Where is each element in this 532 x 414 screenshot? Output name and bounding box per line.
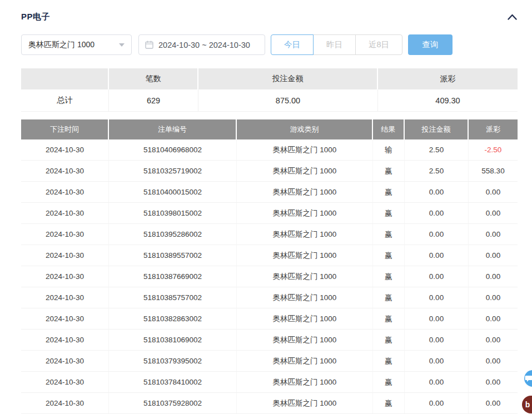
result-cell: 赢 [373,308,405,330]
bet-amount-cell: 0.00 [405,372,469,393]
game-type-cell: 奥林匹斯之门 1000 [237,351,373,372]
detail-table-body: 2024-10-3051810406968002奥林匹斯之门 1000输2.50… [21,139,518,414]
order-id-cell: 51810395286002 [109,224,237,245]
bet-time-cell: 2024-10-30 [21,224,109,245]
calendar-icon [145,41,153,49]
bet-amount-cell: 0.00 [405,245,469,266]
order-id-cell: 51810325719002 [109,161,237,182]
result-cell: 输 [373,139,405,161]
order-id-cell: 51810378410002 [109,372,237,393]
table-row: 2024-10-3051810382863002奥林匹斯之门 1000赢0.00… [21,308,518,330]
summary-corner-cell [21,68,109,89]
result-cell: 赢 [373,161,405,182]
payout-cell: 0.00 [469,308,518,330]
table-row: 2024-10-3051810378410002奥林匹斯之门 1000赢0.00… [21,372,518,393]
game-select-value: 奥林匹斯之门 1000 [28,40,95,50]
game-type-cell: 奥林匹斯之门 1000 [237,182,373,203]
result-cell: 赢 [373,287,405,308]
bet-time-cell: 2024-10-30 [21,330,109,351]
summary-header-count: 笔数 [109,68,198,89]
payout-cell: -2.50 [469,139,518,161]
chevron-up-icon [508,14,517,20]
game-type-cell: 奥林匹斯之门 1000 [237,287,373,308]
bet-time-cell: 2024-10-30 [21,182,109,203]
bet-amount-cell: 0.00 [405,330,469,351]
payout-cell: 0.00 [469,372,518,393]
bet-amount-cell: 2.50 [405,139,469,161]
result-cell: 赢 [373,203,405,224]
order-id-cell: 51810375928002 [109,393,237,414]
payout-cell: 0.00 [469,182,518,203]
date-range-value: 2024-10-30 ~ 2024-10-30 [158,41,250,49]
summary-bet-amount-value: 875.00 [198,89,378,112]
summary-header-payout: 派彩 [378,68,518,89]
bet-time-cell: 2024-10-30 [21,139,109,161]
result-cell: 赢 [373,372,405,393]
result-cell: 赢 [373,351,405,372]
summary-payout-value: 409.30 [378,89,518,112]
payout-cell: 558.30 [469,161,518,182]
game-type-cell: 奥林匹斯之门 1000 [237,139,373,161]
bet-amount-cell: 0.00 [405,224,469,245]
order-id-cell: 51810387669002 [109,266,237,287]
summary-header-bet-amount: 投注金额 [198,68,378,89]
order-id-cell: 51810398015002 [109,203,237,224]
table-row: 2024-10-3051810400015002奥林匹斯之门 1000赢0.00… [21,182,518,203]
payout-cell: 0.00 [469,287,518,308]
bet-amount-cell: 0.00 [405,393,469,414]
bet-amount-cell: 2.50 [405,161,469,182]
bet-amount-cell: 0.00 [405,308,469,330]
bet-time-cell: 2024-10-30 [21,393,109,414]
game-type-cell: 奥林匹斯之门 1000 [237,330,373,351]
search-button[interactable]: 查询 [408,34,453,55]
chevron-down-icon [119,43,125,47]
bet-time-cell: 2024-10-30 [21,266,109,287]
col-header-order-id: 注单编号 [109,119,237,139]
order-id-cell: 51810406968002 [109,139,237,161]
result-cell: 赢 [373,266,405,287]
bet-amount-cell: 0.00 [405,351,469,372]
payout-cell: 0.00 [469,245,518,266]
order-id-cell: 51810379395002 [109,351,237,372]
col-header-game-type: 游戏类别 [237,119,373,139]
collapse-panel-button[interactable] [506,11,518,22]
table-row: 2024-10-3051810387669002奥林匹斯之门 1000赢0.00… [21,266,518,287]
payout-cell: 0.00 [469,330,518,351]
table-row: 2024-10-3051810375928002奥林匹斯之门 1000赢0.00… [21,393,518,414]
order-id-cell: 51810389557002 [109,245,237,266]
order-id-cell: 51810381069002 [109,330,237,351]
bet-amount-cell: 0.00 [405,203,469,224]
summary-count-value: 629 [109,89,198,112]
bet-time-cell: 2024-10-30 [21,351,109,372]
game-type-cell: 奥林匹斯之门 1000 [237,393,373,414]
yesterday-button[interactable]: 昨日 [313,34,356,55]
last-8-days-button[interactable]: 近8日 [355,34,402,55]
summary-table: 笔数 投注金额 派彩 总计 629 875.00 409.30 [21,68,518,112]
game-type-cell: 奥林匹斯之门 1000 [237,224,373,245]
panel-header: PP电子 [21,9,518,24]
game-type-cell: 奥林匹斯之门 1000 [237,245,373,266]
table-row: 2024-10-3051810398015002奥林匹斯之门 1000赢0.00… [21,203,518,224]
result-cell: 赢 [373,224,405,245]
date-range-input[interactable]: 2024-10-30 ~ 2024-10-30 [138,34,265,55]
bet-time-cell: 2024-10-30 [21,203,109,224]
bet-records-table: 下注时间 注单编号 游戏类别 结果 投注金额 派彩 2024-10-305181… [21,119,518,414]
result-cell: 赢 [373,393,405,414]
col-header-result: 结果 [373,119,405,139]
today-button[interactable]: 今日 [271,34,314,55]
result-cell: 赢 [373,330,405,351]
game-type-cell: 奥林匹斯之门 1000 [237,266,373,287]
bet-time-cell: 2024-10-30 [21,287,109,308]
bet-time-cell: 2024-10-30 [21,372,109,393]
bet-time-cell: 2024-10-30 [21,161,109,182]
filter-bar: 奥林匹斯之门 1000 2024-10-30 ~ 2024-10-30 今日 昨… [21,34,518,55]
order-id-cell: 51810382863002 [109,308,237,330]
bet-amount-cell: 0.00 [405,182,469,203]
game-select[interactable]: 奥林匹斯之门 1000 [21,34,132,55]
payout-cell: 0.00 [469,203,518,224]
table-row: 2024-10-3051810395286002奥林匹斯之门 1000赢0.00… [21,224,518,245]
payout-cell: 0.00 [469,393,518,414]
payout-cell: 0.00 [469,266,518,287]
report-panel: PP电子 奥林匹斯之门 1000 2024-10-30 ~ 2024-10-30… [0,9,532,414]
game-type-cell: 奥林匹斯之门 1000 [237,308,373,330]
